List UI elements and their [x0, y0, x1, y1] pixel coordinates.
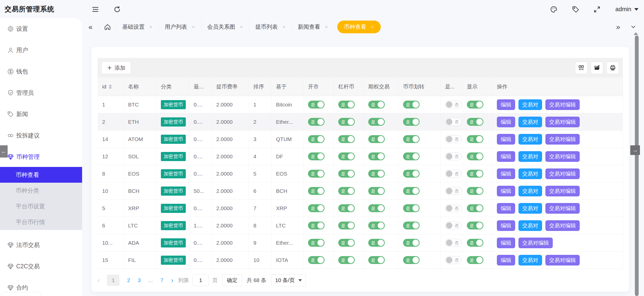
- transfer-toggle[interactable]: 是: [403, 152, 420, 160]
- tabs-scroll-left[interactable]: «: [82, 18, 99, 36]
- tabs-scroll-right[interactable]: »: [610, 18, 626, 36]
- action-button-purple[interactable]: 编辑: [497, 99, 515, 110]
- action-button-purple[interactable]: 编辑: [497, 203, 515, 214]
- tab-5[interactable]: 新闻查看×: [292, 18, 334, 36]
- transfer-toggle[interactable]: 是: [403, 204, 420, 212]
- tab-1[interactable]: 基础设置×: [116, 18, 159, 36]
- tab-4[interactable]: 提币列表×: [249, 18, 292, 36]
- lever-toggle[interactable]: 是: [338, 152, 355, 160]
- open-toggle[interactable]: 是: [308, 204, 325, 212]
- action-button-purple[interactable]: 交易对编辑: [545, 220, 580, 231]
- sidebar-item-news[interactable]: 新闻: [0, 108, 82, 120]
- lever-toggle[interactable]: 是: [338, 204, 355, 212]
- open-toggle[interactable]: 是: [308, 152, 325, 160]
- action-button-purple[interactable]: 交易对编辑: [545, 255, 580, 266]
- action-button-purple[interactable]: 交易对编辑: [545, 151, 580, 162]
- show-toggle[interactable]: 是: [467, 256, 483, 264]
- add-button[interactable]: 添加: [102, 62, 130, 74]
- sidebar-item-c2c[interactable]: C2C交易: [0, 260, 82, 273]
- tab-3[interactable]: 会员关系图×: [201, 18, 249, 36]
- close-icon[interactable]: ×: [240, 24, 243, 30]
- sidebar-item-fiat[interactable]: 法币交易: [0, 239, 82, 251]
- page-button-1[interactable]: 1: [107, 275, 120, 286]
- action-button-purple[interactable]: 编辑: [497, 220, 515, 231]
- sidebar-item-coins[interactable]: 币种管理: [0, 150, 82, 163]
- sidebar-item-settings[interactable]: 设置: [0, 22, 82, 35]
- is-toggle[interactable]: 否: [445, 187, 462, 195]
- lever-toggle[interactable]: 是: [338, 239, 355, 247]
- prev-page-button[interactable]: ‹: [98, 276, 100, 284]
- close-icon[interactable]: ×: [371, 24, 374, 30]
- transfer-toggle[interactable]: 是: [403, 135, 420, 143]
- show-toggle[interactable]: 是: [467, 239, 483, 247]
- show-toggle[interactable]: 是: [467, 187, 483, 195]
- per-page-select[interactable]: 10 条/页: [271, 274, 306, 286]
- open-toggle[interactable]: 是: [308, 170, 325, 178]
- open-toggle[interactable]: 是: [308, 101, 325, 108]
- close-icon[interactable]: ×: [192, 24, 195, 30]
- lever-toggle[interactable]: 是: [338, 256, 355, 264]
- column-header-id[interactable]: id: [98, 77, 124, 96]
- tabs-menu-button[interactable]: [626, 18, 641, 36]
- is-toggle[interactable]: 否: [445, 222, 462, 229]
- action-button-purple[interactable]: 编辑: [497, 168, 515, 179]
- submenu-item-coin-category[interactable]: 币种分类: [0, 183, 82, 198]
- open-toggle[interactable]: 是: [308, 135, 325, 143]
- show-toggle[interactable]: 是: [467, 101, 483, 108]
- action-button-blue[interactable]: 交易对: [518, 203, 542, 214]
- admin-dropdown[interactable]: admin: [615, 0, 638, 18]
- option-toggle[interactable]: 是: [368, 152, 385, 160]
- lever-toggle[interactable]: 是: [338, 170, 355, 178]
- show-toggle[interactable]: 是: [467, 170, 483, 178]
- is-toggle[interactable]: 否: [445, 239, 462, 247]
- action-button-purple[interactable]: 交易对编辑: [518, 238, 553, 248]
- palette-icon[interactable]: [548, 4, 560, 15]
- submenu-item-coin-view[interactable]: 币种查看: [0, 167, 82, 183]
- action-button-purple[interactable]: 交易对编辑: [545, 134, 580, 145]
- is-toggle[interactable]: 否: [445, 170, 462, 178]
- refresh-icon[interactable]: [111, 4, 123, 15]
- confirm-button[interactable]: 确定: [222, 274, 242, 286]
- option-toggle[interactable]: 是: [368, 204, 385, 212]
- open-toggle[interactable]: 是: [308, 256, 325, 264]
- is-toggle[interactable]: 否: [445, 256, 462, 264]
- lever-toggle[interactable]: 是: [338, 101, 355, 108]
- action-button-blue[interactable]: 交易对: [518, 220, 542, 231]
- action-button-blue[interactable]: 交易对: [518, 134, 542, 145]
- action-button-blue[interactable]: 交易对: [518, 255, 542, 266]
- lever-toggle[interactable]: 是: [338, 118, 355, 126]
- page-button-2[interactable]: 2: [127, 277, 130, 283]
- show-toggle[interactable]: 是: [467, 152, 483, 160]
- sidebar-collapse-icon[interactable]: [89, 4, 101, 15]
- sort-icon[interactable]: [109, 83, 112, 91]
- transfer-toggle[interactable]: 是: [403, 222, 420, 229]
- export-button[interactable]: [591, 62, 603, 74]
- sidebar-item-wallet[interactable]: 钱包: [0, 65, 82, 78]
- panel-expand-right-handle[interactable]: →: [630, 145, 640, 155]
- goto-page-input[interactable]: [193, 274, 209, 286]
- open-toggle[interactable]: 是: [308, 222, 325, 229]
- transfer-toggle[interactable]: 是: [403, 256, 420, 264]
- option-toggle[interactable]: 是: [368, 118, 385, 126]
- print-button[interactable]: [607, 62, 619, 74]
- page-button-7[interactable]: 7: [160, 277, 163, 283]
- action-button-purple[interactable]: 交易对编辑: [545, 168, 580, 179]
- close-icon[interactable]: ×: [282, 24, 285, 30]
- action-button-blue[interactable]: 交易对: [518, 168, 542, 179]
- vertical-scrollbar[interactable]: [635, 36, 639, 296]
- option-toggle[interactable]: 是: [368, 135, 385, 143]
- close-icon[interactable]: ×: [149, 24, 152, 30]
- action-button-purple[interactable]: 交易对编辑: [545, 117, 580, 127]
- option-toggle[interactable]: 是: [368, 170, 385, 178]
- action-button-purple[interactable]: 交易对编辑: [545, 203, 580, 214]
- submenu-item-platform-coin-market[interactable]: 平台币行情: [0, 214, 82, 230]
- tag-icon[interactable]: [570, 4, 581, 15]
- is-toggle[interactable]: 否: [445, 152, 462, 160]
- option-toggle[interactable]: 是: [368, 222, 385, 229]
- action-button-blue[interactable]: 交易对: [518, 151, 542, 162]
- action-button-blue[interactable]: 交易对: [518, 186, 542, 196]
- page-button-3[interactable]: 3: [138, 277, 141, 283]
- transfer-toggle[interactable]: 是: [403, 118, 420, 126]
- next-page-button[interactable]: ›: [171, 276, 173, 284]
- action-button-purple[interactable]: 编辑: [497, 151, 515, 162]
